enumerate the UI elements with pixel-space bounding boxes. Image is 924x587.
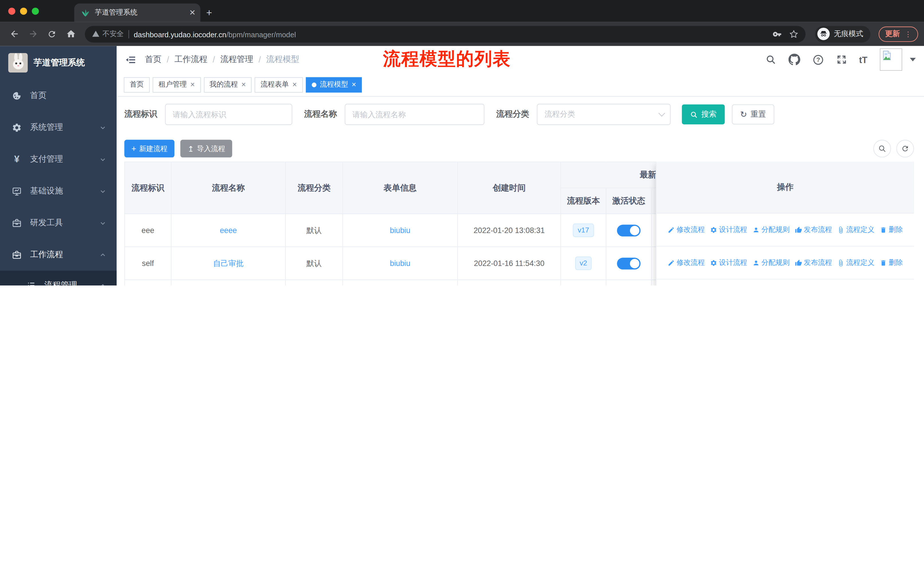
refresh-icon: ↻ bbox=[740, 110, 747, 119]
filter-name-input[interactable] bbox=[345, 104, 485, 125]
col-header-form: 表单信息 bbox=[343, 162, 457, 214]
bookmark-star-icon[interactable] bbox=[789, 29, 799, 39]
breadcrumb-process-mgmt[interactable]: 流程管理 bbox=[220, 54, 253, 65]
close-icon[interactable]: × bbox=[292, 81, 297, 89]
filter-form: 流程标识 流程名称 流程分类 流程分类 搜索 ↻ 重置 bbox=[124, 104, 924, 125]
edit-process-link[interactable]: 修改流程 bbox=[668, 258, 705, 268]
avatar[interactable] bbox=[880, 48, 902, 71]
help-icon[interactable]: ? bbox=[813, 54, 824, 65]
operations-fixed-column: 操作 修改流程 设计流程 分配规则 发布流程 流程定义 删除 修改流程 设计流程… bbox=[656, 162, 914, 286]
design-process-link[interactable]: 设计流程 bbox=[710, 225, 747, 235]
col-header-active: 激活状态 bbox=[606, 188, 651, 214]
reset-button[interactable]: ↻ 重置 bbox=[732, 104, 774, 124]
sidebar-fold-icon[interactable] bbox=[124, 53, 137, 66]
tag-home[interactable]: 首页 bbox=[124, 77, 150, 92]
address-bar[interactable]: 不安全 dashboard.yudao.iocoder.cn/bpm/manag… bbox=[85, 25, 805, 42]
breadcrumb-home[interactable]: 首页 bbox=[145, 54, 162, 65]
back-icon[interactable] bbox=[6, 25, 23, 42]
import-process-button[interactable]: ↥ 导入流程 bbox=[180, 140, 232, 158]
thumb-up-icon bbox=[795, 259, 802, 266]
trash-icon bbox=[880, 259, 887, 266]
filter-category-select[interactable]: 流程分类 bbox=[537, 104, 670, 125]
broken-image-icon bbox=[882, 50, 892, 61]
upload-icon: ↥ bbox=[188, 144, 194, 153]
close-icon[interactable]: × bbox=[352, 81, 356, 89]
edit-process-link[interactable]: 修改流程 bbox=[668, 225, 705, 235]
user-icon bbox=[752, 259, 760, 266]
app-header: 首页 / 工作流程 / 流程管理 / 流程模型 流程模型的列表 ? tT bbox=[117, 46, 924, 73]
form-info-link[interactable]: biubiu bbox=[390, 259, 410, 268]
assign-rule-link[interactable]: 分配规则 bbox=[752, 225, 790, 235]
process-definition-link[interactable]: 流程定义 bbox=[838, 225, 875, 235]
update-pill[interactable]: 更新 ⋮ bbox=[879, 26, 918, 41]
app-title: 芋道管理系统 bbox=[33, 57, 85, 68]
sidebar: 芋道管理系统 首页 系统管理 ¥ 支付管理 bbox=[0, 46, 117, 285]
close-icon[interactable]: × bbox=[190, 81, 195, 89]
sidebar-item-home[interactable]: 首页 bbox=[0, 80, 117, 111]
tag-process-model[interactable]: 流程模型× bbox=[305, 77, 362, 92]
close-window-button[interactable] bbox=[8, 7, 15, 15]
browser-menu-icon[interactable]: ⋮ bbox=[904, 30, 912, 38]
sidebar-item-system[interactable]: 系统管理 bbox=[0, 111, 117, 143]
addr-right-icons bbox=[772, 29, 799, 39]
tab-close-icon[interactable]: ✕ bbox=[189, 8, 196, 17]
security-warning[interactable]: 不安全 bbox=[92, 29, 124, 39]
main-area: 首页 / 工作流程 / 流程管理 / 流程模型 流程模型的列表 ? tT bbox=[117, 46, 924, 285]
workflow-submenu: 流程管理 流程表单 用户分组 流程模型 bbox=[0, 271, 117, 285]
close-icon[interactable]: × bbox=[241, 81, 246, 89]
assign-rule-link[interactable]: 分配规则 bbox=[752, 258, 790, 268]
tag-tenant[interactable]: 租户管理× bbox=[153, 77, 201, 92]
sidebar-item-payment[interactable]: ¥ 支付管理 bbox=[0, 143, 117, 175]
publish-process-link[interactable]: 发布流程 bbox=[795, 258, 832, 268]
active-toggle[interactable] bbox=[617, 257, 640, 269]
sidebar-item-workflow[interactable]: 工作流程 bbox=[0, 239, 117, 271]
version-badge: v17 bbox=[573, 223, 594, 237]
gear-icon bbox=[710, 226, 717, 233]
filter-key-input[interactable] bbox=[165, 104, 292, 125]
form-info-link[interactable]: biubiu bbox=[390, 226, 410, 235]
breadcrumb-workflow[interactable]: 工作流程 bbox=[175, 54, 207, 65]
process-name-link[interactable]: 自己审批 bbox=[213, 258, 244, 268]
refresh-table-button[interactable] bbox=[896, 140, 914, 158]
sidebar-item-process-mgmt[interactable]: 流程管理 bbox=[0, 271, 117, 285]
process-model-table: 流程标识 流程名称 流程分类 表单信息 创建时间 最新部署的流程定义 流程版本 … bbox=[124, 162, 914, 286]
tag-process-form[interactable]: 流程表单× bbox=[255, 77, 303, 92]
tags-view: 首页 租户管理× 我的流程× 流程表单× 流程模型× bbox=[117, 73, 924, 97]
col-header-created: 创建时间 bbox=[458, 162, 561, 214]
github-icon[interactable] bbox=[788, 54, 800, 65]
tag-my-process[interactable]: 我的流程× bbox=[204, 77, 252, 92]
sidebar-item-devtools[interactable]: 研发工具 bbox=[0, 207, 117, 239]
active-dot bbox=[312, 82, 316, 87]
create-process-button[interactable]: + 新建流程 bbox=[124, 140, 175, 158]
minimize-window-button[interactable] bbox=[20, 7, 27, 15]
fullscreen-icon[interactable] bbox=[836, 54, 846, 65]
sidebar-item-infra[interactable]: 基础设施 bbox=[0, 175, 117, 207]
reload-icon[interactable] bbox=[43, 25, 60, 42]
browser-tab-strip: 芋道管理系统 ✕ + bbox=[0, 0, 924, 22]
avatar-caret-icon[interactable] bbox=[910, 58, 916, 61]
delete-link[interactable]: 删除 bbox=[880, 258, 903, 268]
screen: 芋道管理系统 ✕ + 不安全 dashboard.yudao.iocoder.c… bbox=[0, 0, 924, 286]
show-search-button[interactable] bbox=[873, 140, 891, 158]
table-toolbar: + 新建流程 ↥ 导入流程 bbox=[124, 140, 914, 158]
paperclip-icon bbox=[838, 259, 845, 266]
design-process-link[interactable]: 设计流程 bbox=[710, 258, 747, 268]
process-definition-link[interactable]: 流程定义 bbox=[838, 258, 875, 268]
search-button[interactable]: 搜索 bbox=[682, 104, 724, 124]
update-label[interactable]: 更新 bbox=[885, 29, 900, 39]
new-tab-button[interactable]: + bbox=[206, 7, 212, 19]
active-toggle[interactable] bbox=[617, 225, 640, 236]
font-size-icon[interactable]: tT bbox=[859, 55, 867, 64]
forward-icon[interactable] bbox=[25, 25, 41, 42]
maximize-window-button[interactable] bbox=[32, 7, 39, 15]
breadcrumb: 首页 / 工作流程 / 流程管理 / 流程模型 bbox=[145, 54, 299, 65]
publish-process-link[interactable]: 发布流程 bbox=[795, 225, 832, 235]
browser-tab[interactable]: 芋道管理系统 ✕ bbox=[74, 3, 200, 22]
search-icon[interactable] bbox=[765, 54, 776, 65]
home-icon[interactable] bbox=[63, 25, 79, 42]
version-badge: v2 bbox=[575, 257, 592, 270]
delete-link[interactable]: 删除 bbox=[880, 225, 903, 235]
toolbox-icon bbox=[12, 218, 22, 228]
process-name-link[interactable]: eeee bbox=[220, 226, 237, 235]
key-icon[interactable] bbox=[772, 29, 782, 39]
